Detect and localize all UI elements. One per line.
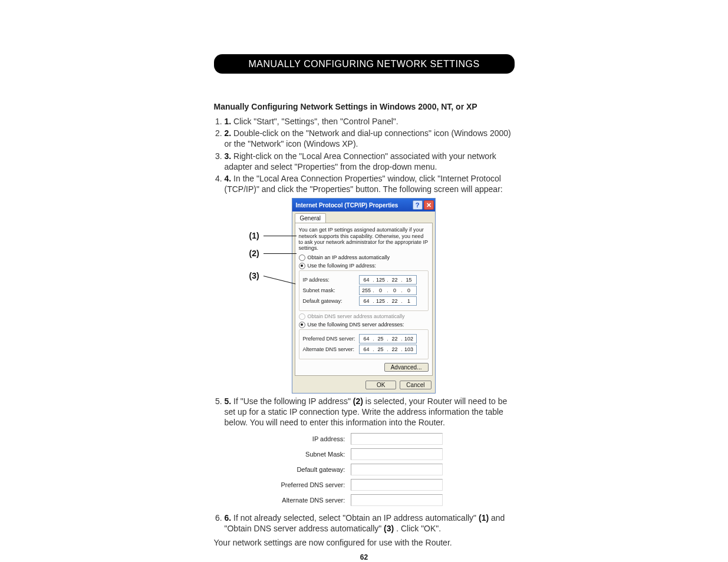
section-title: Manually Configuring Network Settings in… — [214, 102, 515, 111]
preferred-dns-label: Preferred DNS server: — [303, 336, 359, 342]
radio-icon — [299, 263, 305, 269]
radio-icon — [299, 322, 305, 328]
form-ip-label: IP address: — [279, 431, 349, 447]
step-6-text-c: . Click "OK". — [396, 524, 441, 533]
preferred-dns-field[interactable]: 64. 25. 22. 102 — [359, 334, 417, 343]
step-2: 2. Double-click on the "Network and dial… — [225, 128, 515, 149]
radio-use-ip-label: Use the following IP address: — [308, 263, 376, 269]
radio-obtain-dns: Obtain DNS server address automatically — [299, 313, 429, 320]
tab-general[interactable]: General — [295, 213, 327, 223]
dialog-panel: You can get IP settings assigned automat… — [295, 223, 433, 375]
alternate-dns-field[interactable]: 64. 25. 22. 103 — [359, 345, 417, 354]
default-gateway-label: Default gateway: — [303, 298, 359, 304]
step-4: 4. In the "Local Area Connection Propert… — [225, 173, 515, 194]
table-row: IP address: — [279, 431, 446, 447]
radio-icon — [299, 254, 305, 261]
help-icon[interactable]: ? — [413, 200, 423, 210]
tcpip-dialog: Internet Protocol (TCP/IP) Properties ? … — [292, 198, 436, 393]
table-row: Preferred DNS server: — [279, 477, 446, 492]
tab-bar: General — [292, 211, 435, 223]
dialog-description: You can get IP settings assigned automat… — [299, 227, 429, 251]
radio-use-dns[interactable]: Use the following DNS server addresses: — [299, 322, 429, 328]
steps-list-3: 6. If not already selected, select "Obta… — [214, 513, 515, 534]
callout-3: (3) — [249, 271, 259, 280]
form-pdns-label: Preferred DNS server: — [279, 477, 349, 492]
step-3-text: Right-click on the "Local Area Connectio… — [225, 151, 496, 171]
form-gw-field[interactable] — [351, 464, 443, 475]
step-5: 5. If "Use the following IP address" (2)… — [225, 396, 515, 428]
form-ip-field[interactable] — [351, 433, 443, 445]
advanced-button[interactable]: Advanced... — [384, 363, 429, 372]
radio-use-ip[interactable]: Use the following IP address: — [299, 263, 429, 269]
page-number: 62 — [214, 553, 515, 561]
table-row: Default gateway: — [279, 462, 446, 477]
cancel-button[interactable]: Cancel — [400, 381, 431, 389]
ok-button[interactable]: OK — [365, 381, 396, 389]
step-5-text-a: If "Use the following IP address" — [233, 396, 353, 406]
step-1: 1. Click "Start", "Settings", then "Cont… — [225, 116, 515, 127]
radio-obtain-ip-label: Obtain an IP address automatically — [308, 254, 390, 260]
step-2-text: Double-click on the "Network and dial-up… — [225, 128, 511, 148]
alternate-dns-label: Alternate DNS server: — [303, 346, 359, 352]
subnet-mask-label: Subnet mask: — [303, 287, 359, 293]
radio-obtain-ip[interactable]: Obtain an IP address automatically — [299, 254, 429, 261]
form-pdns-field[interactable] — [351, 479, 443, 491]
form-mask-label: Subnet Mask: — [279, 447, 349, 462]
steps-list: 1. Click "Start", "Settings", then "Cont… — [214, 116, 515, 194]
ref-2: (2) — [353, 396, 363, 406]
radio-use-dns-label: Use the following DNS server addresses: — [308, 322, 404, 328]
step-3: 3. Right-click on the "Local Area Connec… — [225, 151, 515, 172]
dialog-figure: (1) (2) (3) Internet Protocol (TCP/IP) P… — [214, 198, 515, 393]
ip-address-label: IP address: — [303, 277, 359, 283]
final-note: Your network settings are now configured… — [214, 538, 515, 547]
radio-obtain-dns-label: Obtain DNS server address automatically — [308, 313, 405, 319]
form-gw-label: Default gateway: — [279, 462, 349, 477]
steps-list-2: 5. If "Use the following IP address" (2)… — [214, 396, 515, 428]
step-1-text: Click "Start", "Settings", then "Control… — [233, 117, 398, 126]
page-banner: MANUALLY CONFIGURING NETWORK SETTINGS — [214, 54, 515, 74]
ref-1: (1) — [479, 513, 489, 523]
radio-icon — [299, 313, 305, 320]
close-icon[interactable]: ✕ — [424, 200, 434, 210]
dns-group: Preferred DNS server: 64. 25. 22. 102 Al… — [299, 329, 429, 359]
ref-3: (3) — [384, 524, 394, 533]
dialog-titlebar[interactable]: Internet Protocol (TCP/IP) Properties ? … — [292, 199, 435, 211]
table-row: Subnet Mask: — [279, 447, 446, 462]
step-4-text: In the "Local Area Connection Properties… — [225, 174, 503, 194]
default-gateway-field[interactable]: 64. 125. 22. 1 — [359, 296, 417, 306]
form-adns-label: Alternate DNS server: — [279, 492, 349, 508]
form-adns-field[interactable] — [351, 494, 443, 506]
step-6: 6. If not already selected, select "Obta… — [225, 513, 515, 534]
address-form-table: IP address: Subnet Mask: Default gateway… — [279, 431, 446, 508]
ip-group: IP address: 64. 125. 22. 15 Subnet mask:… — [299, 270, 429, 311]
dialog-title: Internet Protocol (TCP/IP) Properties — [296, 202, 398, 209]
ip-address-field[interactable]: 64. 125. 22. 15 — [359, 275, 417, 285]
callout-1: (1) — [249, 231, 259, 240]
callout-2: (2) — [249, 249, 259, 258]
form-mask-field[interactable] — [351, 448, 443, 460]
step-6-text-a: If not already selected, select "Obtain … — [233, 513, 479, 523]
table-row: Alternate DNS server: — [279, 492, 446, 508]
subnet-mask-field[interactable]: 255. 0. 0. 0 — [359, 286, 417, 295]
